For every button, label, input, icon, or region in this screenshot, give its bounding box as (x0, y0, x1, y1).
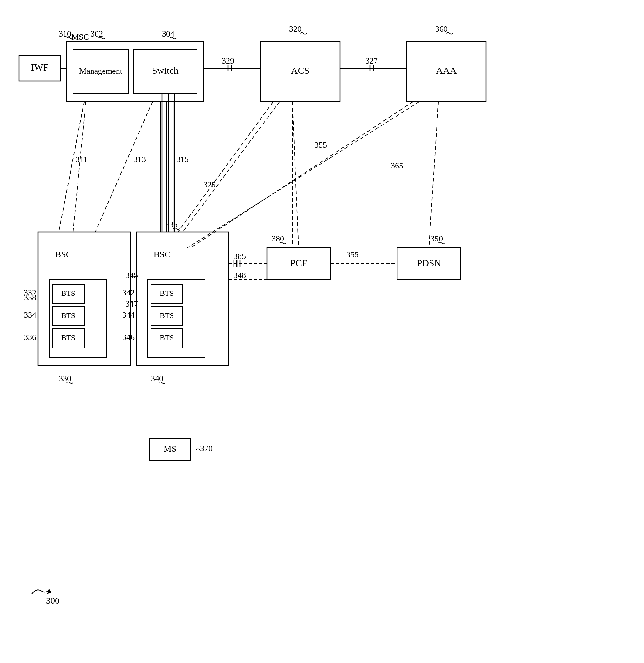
ref-350: 350 (431, 234, 443, 243)
pcf-label: PCF (290, 258, 307, 268)
ref-315: 315 (176, 155, 189, 164)
ref-300: 300 (46, 596, 60, 605)
ref-302: 302 (91, 29, 103, 39)
ref-360: 360 (435, 24, 448, 34)
bsc1-label: BSC (55, 249, 72, 259)
svg-line-44 (95, 102, 153, 232)
svg-line-51 (191, 102, 413, 248)
ref-346: 346 (122, 333, 135, 342)
bts1c-label: BTS (61, 334, 75, 342)
ref-347: 347 (125, 299, 138, 308)
ref-327: 327 (365, 56, 378, 65)
ref-342: 342 (122, 288, 135, 297)
ref-340: 340 (151, 374, 163, 383)
svg-line-50 (429, 102, 438, 248)
svg-line-40 (187, 102, 419, 248)
diagram-container: IWF MSC Management Switch ACS AAA BSC BS… (0, 0, 644, 663)
ref-385: 385 (233, 252, 246, 261)
ref-332: 332 (24, 288, 36, 297)
ref-370: 370 (200, 444, 212, 453)
ref-336: 336 (24, 333, 36, 342)
aaa-label: AAA (436, 65, 457, 76)
svg-line-37 (183, 102, 280, 232)
network-diagram-svg: IWF MSC Management Switch ACS AAA BSC BS… (0, 0, 644, 663)
ref-365: 365 (391, 161, 403, 170)
svg-line-48 (178, 102, 273, 232)
bts1b-label: BTS (61, 311, 75, 320)
iwf-label: IWF (31, 62, 49, 72)
pdsn-label: PDSN (417, 258, 441, 268)
ref-380: 380 (272, 234, 284, 243)
bsc2-label: BSC (154, 249, 170, 259)
ref-355a: 355 (315, 140, 327, 150)
ref-345: 345 (125, 271, 138, 280)
ref-313: 313 (134, 155, 146, 164)
ref-329: 329 (222, 56, 234, 65)
management-label: Management (79, 66, 123, 76)
ref-310: 310 (59, 29, 71, 39)
acs-label: ACS (291, 65, 309, 76)
ref-348: 348 (233, 271, 246, 280)
ref-355b: 355 (346, 250, 359, 259)
svg-line-36 (73, 102, 86, 232)
bts2b-label: BTS (160, 311, 174, 320)
ref-325: 325 (203, 180, 216, 189)
ms-label: MS (164, 444, 176, 454)
ref-320: 320 (289, 24, 301, 34)
ref-344: 344 (122, 311, 135, 320)
svg-line-43 (59, 102, 84, 232)
bts1a-label: BTS (61, 289, 75, 297)
ref-334: 334 (24, 311, 36, 320)
ref-311: 311 (76, 155, 88, 164)
ref-304: 304 (162, 29, 175, 39)
ref-330: 330 (59, 374, 71, 383)
switch-label: Switch (152, 65, 178, 76)
svg-line-49 (292, 102, 299, 248)
svg-marker-41 (47, 589, 51, 594)
bts2a-label: BTS (160, 289, 174, 297)
bts2c-label: BTS (160, 334, 174, 342)
msc-label: MSC (71, 32, 89, 42)
